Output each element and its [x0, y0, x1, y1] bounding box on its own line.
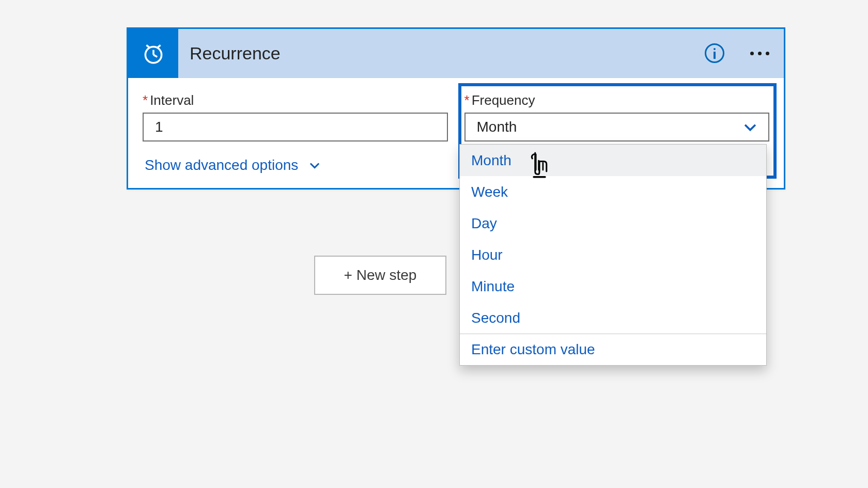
interval-input[interactable] — [143, 113, 448, 141]
svg-line-2 — [153, 55, 157, 57]
card-titlebar[interactable]: Recurrence — [128, 29, 784, 78]
card-actions — [705, 43, 784, 63]
frequency-option-day[interactable]: Day — [460, 208, 766, 239]
show-advanced-options-link[interactable]: Show advanced options — [143, 157, 322, 177]
interval-label: *Interval — [143, 92, 448, 108]
chevron-down-icon — [307, 158, 322, 172]
frequency-option-second[interactable]: Second — [460, 302, 766, 334]
clock-icon — [128, 29, 178, 78]
advanced-options-text: Show advanced options — [145, 157, 298, 174]
frequency-select[interactable]: Month — [464, 113, 770, 141]
chevron-down-icon — [741, 118, 759, 136]
card-title: Recurrence — [178, 43, 705, 64]
frequency-field: *Frequency Month — [464, 92, 770, 141]
more-icon[interactable] — [747, 49, 772, 58]
frequency-dropdown: Month Week Day Hour Minute Second Enter … — [459, 144, 767, 366]
frequency-option-week[interactable]: Week — [460, 176, 766, 208]
frequency-option-minute[interactable]: Minute — [460, 271, 766, 302]
frequency-option-hour[interactable]: Hour — [460, 239, 766, 271]
svg-line-3 — [146, 45, 149, 48]
fields-row: *Interval *Frequency Month — [143, 92, 769, 141]
info-icon[interactable] — [705, 43, 724, 63]
interval-field: *Interval — [143, 92, 448, 141]
frequency-option-month[interactable]: Month — [460, 145, 766, 176]
interval-label-text: Interval — [150, 92, 194, 108]
frequency-label-text: Frequency — [472, 92, 535, 108]
frequency-label: *Frequency — [464, 92, 770, 108]
svg-line-4 — [157, 45, 160, 48]
frequency-selected-value: Month — [477, 119, 517, 135]
new-step-button[interactable]: + New step — [314, 256, 446, 295]
frequency-option-custom[interactable]: Enter custom value — [460, 334, 766, 365]
